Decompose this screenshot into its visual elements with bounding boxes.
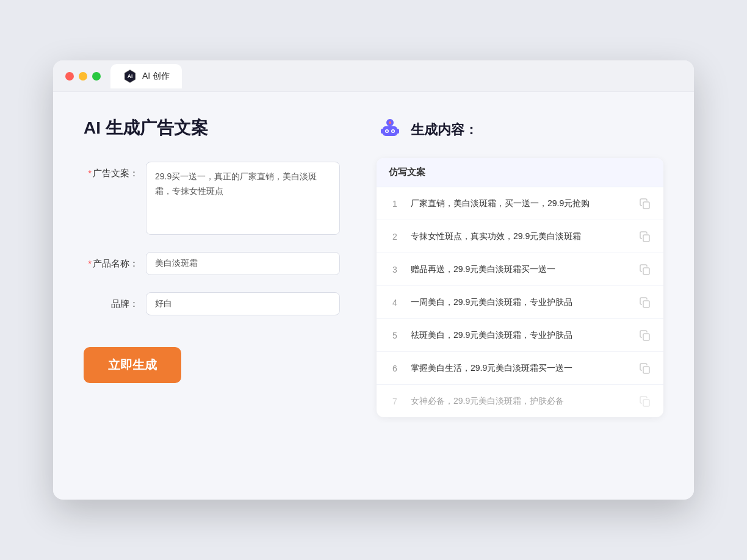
table-row: 5 祛斑美白，29.9元美白淡斑霜，专业护肤品 bbox=[377, 319, 663, 352]
right-panel: 生成内容： 仿写文案 1 厂家直销，美白淡斑霜，买一送一，29.9元抢购 2 专… bbox=[377, 117, 663, 470]
product-input[interactable]: 美白淡斑霜 bbox=[146, 252, 340, 275]
svg-rect-5 bbox=[396, 129, 399, 134]
svg-point-8 bbox=[386, 131, 388, 132]
row-number: 7 bbox=[389, 397, 401, 406]
table-header: 仿写文案 bbox=[377, 158, 663, 187]
copy-icon[interactable] bbox=[639, 362, 651, 375]
generate-button[interactable]: 立即生成 bbox=[84, 347, 181, 383]
row-text: 女神必备，29.9元美白淡斑霜，护肤必备 bbox=[411, 395, 629, 407]
copy-icon[interactable] bbox=[639, 231, 651, 243]
svg-rect-3 bbox=[383, 126, 397, 136]
brand-input[interactable]: 好白 bbox=[146, 292, 340, 315]
table-row: 3 赠品再送，29.9元美白淡斑霜买一送一 bbox=[377, 253, 663, 286]
row-text: 祛斑美白，29.9元美白淡斑霜，专业护肤品 bbox=[411, 329, 629, 342]
row-number: 4 bbox=[389, 298, 401, 307]
svg-rect-15 bbox=[643, 301, 649, 307]
row-text: 专抹女性斑点，真实功效，29.9元美白淡斑霜 bbox=[411, 230, 629, 243]
ad-copy-required: * bbox=[88, 168, 92, 178]
copy-icon[interactable] bbox=[639, 198, 651, 210]
minimize-button[interactable] bbox=[79, 72, 87, 81]
ad-copy-input[interactable]: 29.9买一送一，真正的厂家直销，美白淡斑霜，专抹女性斑点 bbox=[146, 162, 340, 235]
page-title: AI 生成广告文案 bbox=[84, 117, 340, 140]
row-number: 6 bbox=[389, 364, 401, 373]
ad-copy-label: *广告文案： bbox=[84, 162, 139, 179]
table-row: 4 一周美白，29.9元美白淡斑霜，专业护肤品 bbox=[377, 286, 663, 319]
svg-point-9 bbox=[392, 131, 394, 132]
row-text: 掌握美白生活，29.9元美白淡斑霜买一送一 bbox=[411, 362, 629, 375]
svg-rect-14 bbox=[643, 268, 649, 275]
svg-rect-16 bbox=[643, 334, 649, 340]
table-row: 7 女神必备，29.9元美白淡斑霜，护肤必备 bbox=[377, 385, 663, 417]
ai-tab-icon: AI bbox=[123, 69, 137, 84]
copy-icon[interactable] bbox=[639, 296, 651, 309]
result-header: 生成内容： bbox=[377, 117, 663, 143]
title-bar: AI AI 创作 bbox=[53, 60, 694, 92]
svg-rect-12 bbox=[643, 202, 649, 209]
product-label: *产品名称： bbox=[84, 252, 139, 270]
row-number: 3 bbox=[389, 265, 401, 275]
copy-icon[interactable] bbox=[639, 329, 651, 342]
robot-icon bbox=[377, 117, 403, 143]
table-row: 1 厂家直销，美白淡斑霜，买一送一，29.9元抢购 bbox=[377, 187, 663, 220]
row-number: 5 bbox=[389, 331, 401, 340]
result-title: 生成内容： bbox=[411, 121, 478, 139]
maximize-button[interactable] bbox=[92, 72, 101, 81]
row-text: 一周美白，29.9元美白淡斑霜，专业护肤品 bbox=[411, 296, 629, 309]
left-panel: AI 生成广告文案 *广告文案： 29.9买一送一，真正的厂家直销，美白淡斑霜，… bbox=[84, 117, 340, 470]
traffic-lights bbox=[65, 72, 101, 81]
result-table: 仿写文案 1 厂家直销，美白淡斑霜，买一送一，29.9元抢购 2 专抹女性斑点，… bbox=[377, 158, 663, 417]
tab-label: AI 创作 bbox=[142, 71, 170, 82]
product-required: * bbox=[88, 258, 92, 268]
close-button[interactable] bbox=[65, 72, 74, 81]
svg-rect-17 bbox=[643, 367, 649, 373]
row-text: 厂家直销，美白淡斑霜，买一送一，29.9元抢购 bbox=[411, 197, 629, 210]
table-rows: 1 厂家直销，美白淡斑霜，买一送一，29.9元抢购 2 专抹女性斑点，真实功效，… bbox=[377, 187, 663, 417]
svg-rect-13 bbox=[643, 235, 649, 242]
content-area: AI 生成广告文案 *广告文案： 29.9买一送一，真正的厂家直销，美白淡斑霜，… bbox=[53, 92, 694, 495]
copy-icon[interactable] bbox=[639, 395, 651, 407]
copy-icon[interactable] bbox=[639, 264, 651, 276]
brand-group: 品牌： 好白 bbox=[84, 292, 340, 315]
brand-label: 品牌： bbox=[84, 292, 139, 310]
row-number: 1 bbox=[389, 199, 401, 209]
svg-text:AI: AI bbox=[128, 73, 133, 79]
svg-point-11 bbox=[389, 121, 391, 124]
table-row: 6 掌握美白生活，29.9元美白淡斑霜买一送一 bbox=[377, 352, 663, 385]
svg-rect-18 bbox=[643, 400, 649, 406]
browser-window: AI AI 创作 AI 生成广告文案 *广告文案： 29.9买一送一，真正的厂家… bbox=[53, 60, 694, 500]
ad-copy-group: *广告文案： 29.9买一送一，真正的厂家直销，美白淡斑霜，专抹女性斑点 bbox=[84, 162, 340, 235]
table-row: 2 专抹女性斑点，真实功效，29.9元美白淡斑霜 bbox=[377, 220, 663, 253]
row-number: 2 bbox=[389, 232, 401, 242]
row-text: 赠品再送，29.9元美白淡斑霜买一送一 bbox=[411, 263, 629, 276]
svg-rect-4 bbox=[381, 129, 384, 134]
product-group: *产品名称： 美白淡斑霜 bbox=[84, 252, 340, 275]
ai-tab[interactable]: AI AI 创作 bbox=[110, 64, 182, 88]
